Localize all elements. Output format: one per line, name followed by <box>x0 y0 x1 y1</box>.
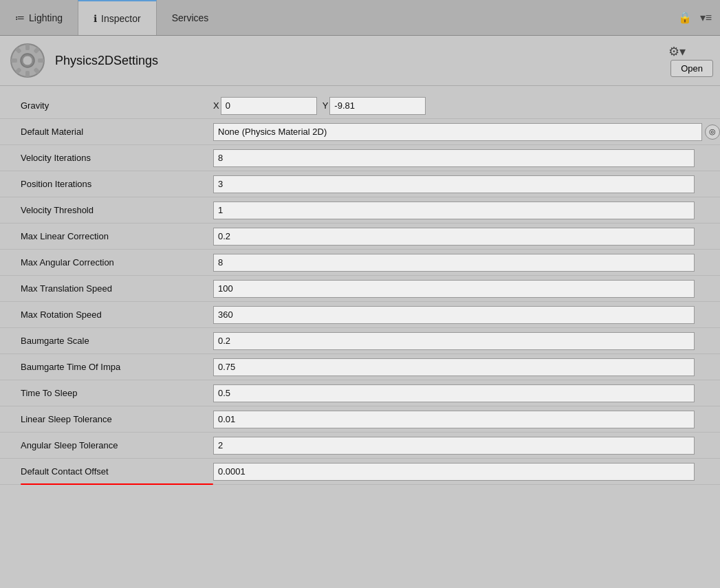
tab-inspector[interactable]: ℹ Inspector <box>78 0 157 35</box>
gravity-x-input[interactable] <box>221 97 317 115</box>
property-row-velocity-threshold: Velocity Threshold <box>0 197 720 224</box>
property-value-max-translation-speed <box>213 280 720 298</box>
svg-rect-5 <box>38 58 44 63</box>
svg-rect-3 <box>25 71 30 77</box>
property-label-baumgarte-time-of-impact: Baumgarte Time Of Impa <box>0 362 213 372</box>
max-angular-correction-input[interactable] <box>213 254 695 272</box>
property-label-time-to-sleep: Time To Sleep <box>0 388 213 398</box>
property-row-max-linear-correction: Max Linear Correction <box>0 224 720 250</box>
property-value-baumgarte-time-of-impact <box>213 358 720 376</box>
property-label-baumgarte-scale: Baumgarte Scale <box>0 336 213 346</box>
time-to-sleep-input[interactable] <box>213 384 695 402</box>
property-row-max-rotation-speed: Max Rotation Speed <box>0 302 720 328</box>
property-value-angular-sleep-tolerance <box>213 437 720 455</box>
tab-services-label: Services <box>172 12 209 23</box>
settings-title: Physics2DSettings <box>55 54 710 68</box>
velocity-iterations-input[interactable] <box>213 149 695 167</box>
default-material-input[interactable] <box>213 123 702 141</box>
property-value-default-material: ◎ <box>213 123 720 141</box>
lighting-icon: ≔ <box>15 12 25 23</box>
tab-bar: ≔ Lighting ℹ Inspector Services 🔒 ▾≡ <box>0 0 720 36</box>
property-label-default-contact-offset: Default Contact Offset <box>0 466 213 477</box>
property-label-velocity-threshold: Velocity Threshold <box>0 205 213 215</box>
property-row-default-contact-offset: Default Contact Offset <box>0 459 720 485</box>
max-linear-correction-input[interactable] <box>213 228 695 246</box>
linear-sleep-tolerance-input[interactable] <box>213 411 695 428</box>
menu-icon[interactable]: ▾≡ <box>697 10 714 25</box>
property-label-gravity: Gravity <box>0 100 213 111</box>
property-value-linear-sleep-tolerance <box>213 411 720 428</box>
property-value-max-rotation-speed <box>213 306 720 324</box>
property-row-velocity-iterations: Velocity Iterations <box>0 145 720 171</box>
inspector-icon: ℹ <box>94 13 97 24</box>
svg-rect-4 <box>11 58 17 63</box>
property-row-baumgarte-scale: Baumgarte Scale <box>0 328 720 354</box>
baumgarte-time-of-impact-input[interactable] <box>213 358 695 376</box>
default-contact-offset-input[interactable] <box>213 463 695 481</box>
property-value-gravity: X Y <box>213 97 720 115</box>
position-iterations-input[interactable] <box>213 175 695 193</box>
property-value-baumgarte-scale <box>213 332 720 350</box>
property-value-velocity-iterations <box>213 149 720 167</box>
settings-gear-button[interactable]: ⚙▾ <box>668 44 686 59</box>
property-row-max-angular-correction: Max Angular Correction <box>0 250 720 276</box>
property-value-max-linear-correction <box>213 228 720 246</box>
open-button[interactable]: Open <box>670 60 713 77</box>
property-value-max-angular-correction <box>213 254 720 272</box>
tab-inspector-label: Inspector <box>101 13 141 24</box>
tab-services[interactable]: Services <box>157 0 224 35</box>
tab-lighting[interactable]: ≔ Lighting <box>0 0 78 35</box>
angular-sleep-tolerance-input[interactable] <box>213 437 695 455</box>
velocity-threshold-input[interactable] <box>213 202 695 219</box>
property-label-max-angular-correction: Max Angular Correction <box>0 257 213 268</box>
svg-rect-2 <box>25 44 30 50</box>
property-row-gravity: Gravity X Y <box>0 93 720 119</box>
physics2d-icon <box>10 43 45 78</box>
lock-icon[interactable]: 🔒 <box>675 10 695 25</box>
max-translation-speed-input[interactable] <box>213 280 695 298</box>
property-row-linear-sleep-tolerance: Linear Sleep Tolerance <box>0 406 720 433</box>
gravity-y-label: Y <box>323 100 329 111</box>
property-row-default-material: Default Material ◎ <box>0 119 720 145</box>
property-value-default-contact-offset <box>213 463 720 481</box>
property-value-time-to-sleep <box>213 384 720 402</box>
gravity-x-label: X <box>213 100 219 111</box>
property-row-baumgarte-time-of-impact: Baumgarte Time Of Impa <box>0 354 720 380</box>
settings-header: Physics2DSettings ⚙▾ Open <box>0 36 720 86</box>
property-label-angular-sleep-tolerance: Angular Sleep Tolerance <box>0 440 213 450</box>
tab-bar-actions: 🔒 ▾≡ <box>675 0 720 35</box>
property-row-angular-sleep-tolerance: Angular Sleep Tolerance <box>0 433 720 459</box>
property-label-linear-sleep-tolerance: Linear Sleep Tolerance <box>0 414 213 424</box>
property-label-velocity-iterations: Velocity Iterations <box>0 153 213 163</box>
property-label-max-linear-correction: Max Linear Correction <box>0 231 213 241</box>
material-picker-button[interactable]: ◎ <box>705 124 720 140</box>
svg-point-10 <box>23 56 32 65</box>
gravity-y-input[interactable] <box>329 97 426 115</box>
property-label-default-material: Default Material <box>0 127 213 137</box>
property-label-position-iterations: Position Iterations <box>0 179 213 189</box>
property-row-position-iterations: Position Iterations <box>0 171 720 197</box>
tab-lighting-label: Lighting <box>29 12 63 23</box>
property-value-velocity-threshold <box>213 202 720 219</box>
property-label-max-rotation-speed: Max Rotation Speed <box>0 309 213 320</box>
properties-list: Gravity X Y Default Material ◎ Velocity … <box>0 86 720 492</box>
max-rotation-speed-input[interactable] <box>213 306 695 324</box>
property-row-time-to-sleep: Time To Sleep <box>0 380 720 406</box>
baumgarte-scale-input[interactable] <box>213 332 695 350</box>
property-value-position-iterations <box>213 175 720 193</box>
property-row-max-translation-speed: Max Translation Speed <box>0 276 720 302</box>
property-label-max-translation-speed: Max Translation Speed <box>0 283 213 294</box>
